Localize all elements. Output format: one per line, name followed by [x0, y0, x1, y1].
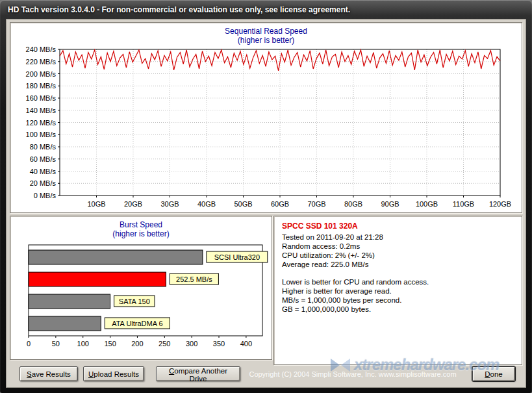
sequential-read-panel: Sequential Read Speed (higher is better)… [10, 22, 522, 213]
save-results-button[interactable]: Save Results [19, 366, 78, 381]
burst-chart-subtitle: (higher is better) [10, 229, 272, 238]
burst-x-label: 50 [52, 340, 60, 348]
y-axis-label: 200 MB/s [26, 70, 57, 78]
x-axis-label: 110GB [453, 200, 474, 208]
x-axis-label: 70GB [307, 200, 325, 208]
x-axis-label: 40GB [197, 200, 216, 208]
y-axis-label: 240 MB/s [26, 45, 57, 53]
burst-chart-title: Burst Speed [10, 216, 272, 229]
burst-x-label: 350 [213, 340, 225, 348]
x-axis-label: 20GB [124, 200, 142, 208]
note-higher-better: Higher is better for average read. [282, 286, 514, 296]
x-axis-label: 60GB [271, 200, 289, 208]
burst-x-label: 200 [131, 340, 143, 348]
info-random-access: Random access: 0.2ms [282, 242, 514, 251]
app-window: HD Tach version 3.0.4.0 - For non-commer… [0, 0, 532, 393]
x-axis-label: 30GB [160, 200, 179, 208]
upload-results-button[interactable]: Upload Results [83, 366, 144, 381]
burst-bar [29, 250, 203, 264]
x-axis-label: 90GB [381, 200, 399, 208]
bar-label: 252.5 MB/s [176, 275, 212, 283]
burst-x-label: 250 [158, 340, 170, 348]
y-axis-label: 0 MB/s [34, 192, 57, 199]
info-cpu-utilization: CPU utilization: 2% (+/- 2%) [282, 251, 514, 260]
burst-bar [29, 294, 110, 309]
sequential-chart-title: Sequential Read Speed [10, 23, 522, 36]
sequential-read-chart: 240 MB/s220 MB/s200 MB/s180 MB/s160 MB/s… [14, 46, 518, 212]
y-axis-label: 120 MB/s [26, 119, 57, 127]
title-bar[interactable]: HD Tach version 3.0.4.0 - For non-commer… [0, 0, 532, 19]
y-axis-label: 60 MB/s [30, 155, 57, 163]
done-button[interactable]: Done [472, 366, 515, 381]
x-axis-label: 80GB [344, 200, 362, 208]
info-average-read: Average read: 225.0 MB/s [282, 260, 514, 269]
burst-x-label: 300 [186, 340, 197, 348]
bar-label: ATA UltraDMA 6 [112, 320, 162, 327]
y-axis-label: 220 MB/s [26, 58, 57, 66]
burst-bar [29, 272, 166, 286]
note-gb-definition: GB = 1,000,000,000 bytes. [282, 305, 514, 314]
compare-another-drive-button[interactable]: Compare Another Drive [156, 366, 240, 381]
client-area: Sequential Read Speed (higher is better)… [6, 19, 526, 388]
save-results-label: Save Results [23, 370, 75, 378]
burst-speed-chart: SCSI Ultra320252.5 MB/sSATA 150ATA Ultra… [12, 244, 272, 358]
upload-results-label: Upload Results [86, 370, 141, 378]
copyright-text: Copyright (C) 2004 Simpli Software, Inc.… [245, 370, 461, 378]
y-axis-label: 100 MB/s [26, 131, 57, 138]
burst-speed-panel: Burst Speed (higher is better) SCSI Ultr… [10, 216, 272, 360]
y-axis-label: 140 MB/s [26, 107, 57, 114]
burst-bar [29, 316, 101, 331]
read-speed-line [60, 50, 500, 71]
y-axis-label: 80 MB/s [30, 143, 57, 151]
drive-info-panel: SPCC SSD 101 320A Tested on 2011-09-20 a… [273, 216, 522, 365]
x-axis-label: 120GB [489, 200, 511, 208]
info-spacer [282, 269, 514, 277]
burst-x-label: 100 [77, 340, 89, 348]
x-axis-label: 10GB [87, 200, 105, 208]
x-axis-label: 100GB [416, 200, 438, 208]
y-axis-label: 40 MB/s [30, 168, 57, 175]
burst-x-label: 400 [240, 340, 252, 348]
bar-label: SCSI Ultra320 [214, 253, 260, 261]
y-axis-label: 160 MB/s [26, 94, 57, 102]
sequential-chart-subtitle: (higher is better) [10, 36, 522, 45]
burst-x-label: 150 [104, 340, 116, 348]
note-lower-better: Lower is better for CPU and random acces… [282, 277, 514, 286]
window-title: HD Tach version 3.0.4.0 - For non-commer… [8, 5, 350, 14]
done-label: Done [475, 370, 512, 378]
note-mbs-definition: MB/s = 1,000,000 bytes per second. [282, 296, 514, 305]
y-axis-label: 20 MB/s [30, 179, 57, 187]
drive-name: SPCC SSD 101 320A [282, 222, 514, 231]
info-tested-on: Tested on 2011-09-20 at 21:28 [282, 233, 514, 242]
x-axis-label: 50GB [234, 200, 252, 208]
y-axis-label: 180 MB/s [26, 82, 57, 90]
burst-x-label: 0 [27, 340, 31, 348]
bar-label: SATA 150 [119, 298, 150, 305]
compare-another-drive-label: Compare Another Drive [159, 367, 237, 383]
